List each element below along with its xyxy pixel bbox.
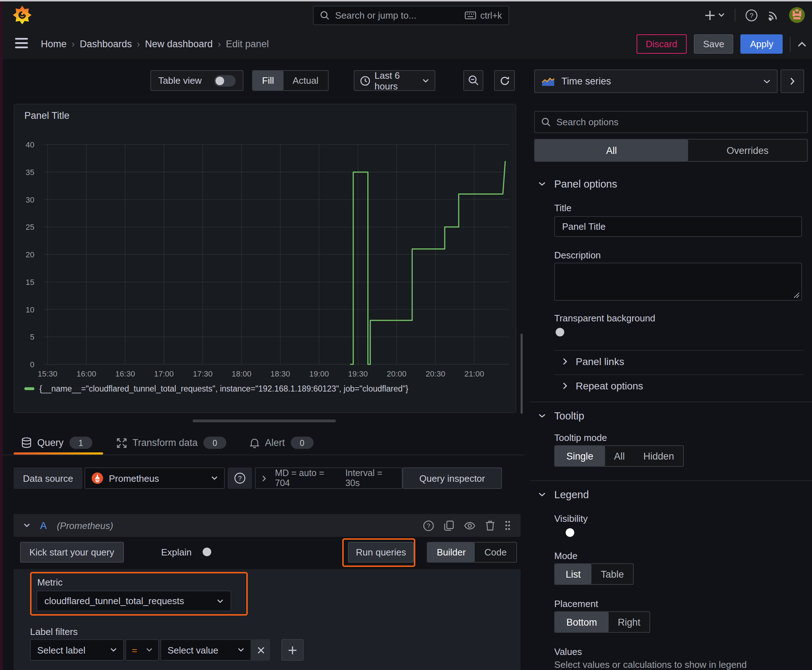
legend-series-name[interactable]: {__name__="cloudflared_tunnel_total_requ… <box>39 384 408 393</box>
panel-title-input[interactable] <box>554 216 802 237</box>
breadcrumb-home[interactable]: Home <box>41 39 66 49</box>
run-queries-button[interactable]: Run queries <box>348 542 414 563</box>
datasource-picker[interactable]: Prometheus <box>85 467 225 489</box>
alert-tab[interactable]: Alert 0 <box>250 431 314 455</box>
legend-placement-label: Placement <box>554 599 598 609</box>
svg-text:15:30: 15:30 <box>37 369 57 378</box>
window-left-edge <box>0 2 3 670</box>
menu-hamburger-icon[interactable] <box>15 38 28 49</box>
svg-text:40: 40 <box>26 140 34 149</box>
select-value-dropdown[interactable]: Select value <box>160 639 251 661</box>
transform-tab-label: Transform data <box>132 437 198 448</box>
chevron-down-icon[interactable] <box>24 523 30 528</box>
collapse-chevron-up-icon[interactable] <box>798 41 806 47</box>
transform-tab[interactable]: Transform data 0 <box>117 431 226 455</box>
repeat-options-section[interactable]: Repeat options <box>563 380 643 392</box>
tooltip-mode-all[interactable]: All <box>605 446 634 466</box>
divider <box>554 374 804 375</box>
refresh-button[interactable] <box>494 70 515 91</box>
apply-button[interactable]: Apply <box>741 34 783 54</box>
discard-button[interactable]: Discard <box>637 34 687 54</box>
select-label-dropdown[interactable]: Select label <box>30 639 124 661</box>
fill-option[interactable]: Fill <box>253 71 283 90</box>
query-ref-id[interactable]: A <box>40 520 47 531</box>
chevron-down-icon <box>763 79 770 83</box>
panel-links-section[interactable]: Panel links <box>563 356 624 367</box>
legend-placement-switch: Bottom Right <box>554 611 651 633</box>
legend-section-header[interactable]: Legend <box>539 489 589 500</box>
legend-placement-bottom[interactable]: Bottom <box>555 612 609 632</box>
operator-dropdown[interactable]: = <box>125 639 159 661</box>
chevron-down-icon <box>146 648 153 652</box>
search-options-box[interactable]: Search options <box>534 111 808 133</box>
builder-option[interactable]: Builder <box>427 543 475 562</box>
time-series-chart[interactable]: 051015202530354015:3016:0016:3017:0017:3… <box>14 105 517 414</box>
chevron-down-icon <box>539 414 546 418</box>
tooltip-mode-hidden[interactable]: Hidden <box>634 446 683 466</box>
time-range-picker[interactable]: Last 6 hours <box>354 70 436 91</box>
query-datasource-name: (Prometheus) <box>57 520 114 531</box>
datasource-value: Prometheus <box>109 473 159 484</box>
breadcrumb: Home › Dashboards › New dashboard › Edit… <box>41 29 269 59</box>
table-view-control[interactable]: Table view <box>150 70 244 91</box>
breadcrumb-dashboards[interactable]: Dashboards <box>80 39 132 49</box>
add-new-button[interactable] <box>705 10 725 20</box>
panel-options-header[interactable]: Panel options <box>539 178 617 189</box>
legend-mode-label: Mode <box>554 550 578 561</box>
code-option[interactable]: Code <box>475 543 516 562</box>
tooltip-mode-switch: Single All Hidden <box>554 445 684 467</box>
news-rss-icon[interactable] <box>768 9 779 21</box>
add-filter-button[interactable] <box>281 639 303 661</box>
user-avatar[interactable] <box>789 7 805 23</box>
description-textarea[interactable] <box>554 263 802 301</box>
duplicate-query-icon[interactable] <box>444 520 454 531</box>
vertical-scrollbar-thumb[interactable] <box>520 333 523 414</box>
visualization-picker[interactable]: Time series <box>534 69 778 93</box>
window-top-edge <box>0 0 812 2</box>
chevron-down-icon <box>211 476 218 481</box>
help-icon[interactable]: ? <box>746 9 758 21</box>
label-filters-label: Label filters <box>30 626 78 637</box>
kickstart-query-button[interactable]: Kick start your query <box>20 542 124 563</box>
legend-placement-right[interactable]: Right <box>609 612 650 632</box>
query-tab-label: Query <box>37 437 64 448</box>
chart-legend[interactable]: {__name__="cloudflared_tunnel_total_requ… <box>24 384 408 393</box>
alert-count-badge: 0 <box>291 437 314 449</box>
grafana-logo[interactable] <box>13 6 32 24</box>
chevron-down-icon <box>238 648 244 652</box>
svg-text:20: 20 <box>26 250 34 259</box>
tooltip-section-header[interactable]: Tooltip <box>539 410 584 421</box>
tab-all[interactable]: All <box>535 140 688 161</box>
table-view-toggle[interactable] <box>214 75 236 86</box>
delete-query-trash-icon[interactable] <box>485 520 495 531</box>
datasource-label: Data source <box>14 467 82 489</box>
metric-select[interactable]: cloudflared_tunnel_total_requests <box>37 590 231 611</box>
search-shortcut: ctrl+k <box>480 10 502 20</box>
legend-mode-table[interactable]: Table <box>592 564 633 584</box>
svg-text:21:00: 21:00 <box>464 369 484 378</box>
global-search[interactable]: Search or jump to... ctrl+k <box>313 6 509 25</box>
query-help-icon[interactable]: ? <box>423 520 434 531</box>
query-options-group[interactable]: MD = auto = 704 Interval = 30s <box>255 467 402 489</box>
query-a-header[interactable]: A (Prometheus) ? <box>14 514 520 537</box>
transform-icon <box>117 438 127 448</box>
query-tab[interactable]: Query 1 <box>22 431 92 455</box>
datasource-help-button[interactable]: ? <box>228 467 252 489</box>
query-count-badge: 1 <box>70 437 92 449</box>
tooltip-mode-label: Tooltip mode <box>554 432 607 443</box>
tab-overrides[interactable]: Overrides <box>688 140 807 161</box>
drag-handle-grip-icon[interactable] <box>505 520 510 530</box>
legend-mode-list[interactable]: List <box>555 564 592 584</box>
remove-filter-button[interactable] <box>251 639 270 661</box>
breadcrumb-new-dashboard[interactable]: New dashboard <box>145 39 213 49</box>
pane-resize-handle[interactable] <box>193 420 336 422</box>
save-button[interactable]: Save <box>694 34 734 54</box>
time-range-label: Last 6 hours <box>375 70 418 91</box>
collapse-options-button[interactable] <box>780 69 804 93</box>
toggle-visibility-eye-icon[interactable] <box>464 521 475 530</box>
actual-option[interactable]: Actual <box>283 71 327 90</box>
zoom-out-button[interactable] <box>463 70 483 91</box>
tooltip-mode-single[interactable]: Single <box>555 446 605 466</box>
bell-icon <box>250 437 259 448</box>
query-inspector-button[interactable]: Query inspector <box>402 467 502 489</box>
